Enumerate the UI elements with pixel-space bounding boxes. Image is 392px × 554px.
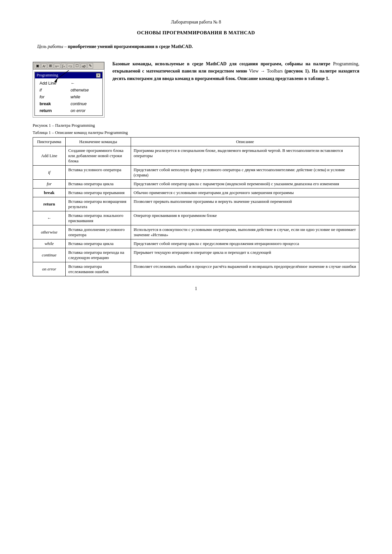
table-row: breakВставка оператора прерыванияОбычно … [33,188,359,197]
goal-label: Цель работы [37,44,63,49]
page-number: 1 [33,286,359,291]
table-cell-purpose: Вставка оператора прерывания [66,188,131,197]
table-cell-pict: on error [33,262,66,276]
table-cell-purpose: Вставка условного оператора [66,166,131,180]
palette-item-break: break [38,100,69,107]
toolbar-icon-9: ✎ [88,63,93,69]
palette-container: ▣ A/ ⊞ x= ∫ₓ <≥ ☐ αβ ✎ Programming ✕ [33,62,105,118]
table-row: on errorВставка оператора отслеживания о… [33,262,359,276]
toolbar-icon-8: αβ [81,63,87,69]
table-cell-desc: Представляет собой оператор цикла с пред… [131,239,359,248]
table-cell-desc: Обычно применяется с условными оператора… [131,188,359,197]
arrow-svg [53,70,72,83]
table-cell-desc: Используется в совокупности с условными … [131,225,359,239]
palette-item-for: for [38,93,69,100]
toolbar-icon-4: x= [54,63,60,69]
table-cell-pict: while [33,239,66,248]
table-caption: Таблица 1 – Описание команд палитры Prog… [33,130,359,135]
table-cell-pict: return [33,197,66,211]
right-description: Базовые команды, используемые в среде Ma… [112,60,359,82]
toolbar-icon-7: ☐ [74,63,80,69]
table-cell-pict: otherwise [33,225,66,239]
table-cell-pict: if [33,166,66,180]
right-text-p1: Базовые команды, используемые в среде Ma… [112,60,359,82]
toolbar-icon-1: ▣ [35,63,41,69]
table-cell-desc: Представляет собой оператор цикла с пара… [131,180,359,188]
table-cell-pict: for [33,180,66,188]
table-cell-desc: Программа реализуется в специальном блок… [131,146,359,166]
intro-text: Цель работы – приобретение умений програ… [33,44,359,49]
table-row: otherwiseВставка дополнения условного оп… [33,225,359,239]
palette-item-otherwise: otherwise [69,87,100,93]
table-header-row: Пиктограмма Назначение команды Описание [33,138,359,146]
main-title: ОСНОВЫ ПРОГРАММИРОВАНИЯ В MATHCAD [33,30,359,36]
toolbar-icon-5: ∫ₓ [61,63,66,69]
palette-item-while: while [69,93,100,100]
table-row: ←Вставка оператора локального присваиван… [33,211,359,225]
table-cell-purpose: Вставка оператора перехода на следующую … [66,248,131,262]
table-cell-purpose: Вставка оператора цикла [66,180,131,188]
table-cell-purpose: Вставка оператора отслеживания ошибок [66,262,131,276]
toolbar-icon-6: <≥ [67,63,74,69]
table-body: Add LineСоздание программного блока или … [33,146,359,276]
palette-item-continue: continue [69,100,100,107]
palette-item-if: if [38,87,69,93]
table-row: whileВставка оператора циклаПредставляет… [33,239,359,248]
figure-caption: Рисунок 1 – Палитра Programming [33,123,359,128]
table-cell-purpose: Вставка оператора цикла [66,239,131,248]
toolbar-icon-3: ⊞ [48,63,53,69]
lab-title: Лабораторная работа № 8 [33,20,359,25]
palette-close-btn[interactable]: ✕ [96,73,101,78]
table-row: ifВставка условного оператораПредставляе… [33,166,359,180]
palette-item-return: return [38,107,69,114]
table-cell-pict: break [33,188,66,197]
th-pict: Пиктограмма [33,138,66,146]
palette-content: Add Line ← if otherwise for while break … [35,78,102,115]
table-cell-desc: Прерывает текущую итерацию в операторе ц… [131,248,359,262]
table-cell-purpose: Вставка оператора локального присваивани… [66,211,131,225]
svg-marker-1 [54,78,57,83]
table-cell-purpose: Создание программного блока или добавлен… [66,146,131,166]
content-block: ▣ A/ ⊞ x= ∫ₓ <≥ ☐ αβ ✎ Programming ✕ [33,60,359,118]
table-row: Add LineСоздание программного блока или … [33,146,359,166]
main-table: Пиктограмма Назначение команды Описание … [33,137,359,276]
palette-item-onerror: on error [69,107,100,114]
table-cell-pict: continue [33,248,66,262]
table-cell-pict: ← [33,211,66,225]
table-cell-desc: Представляет собой неполную форму условн… [131,166,359,180]
goal-content: приобретение умений программирования в с… [68,44,193,49]
table-cell-purpose: Вставка дополнения условного оператора [66,225,131,239]
table-cell-purpose: Вставка оператора возвращения результата [66,197,131,211]
table-row: continueВставка оператора перехода на сл… [33,248,359,262]
th-desc: Описание [131,138,359,146]
palette-item-arrow: ← [69,80,100,87]
svg-line-0 [56,70,69,80]
table-cell-desc: Оператор присваивания в программном блок… [131,211,359,225]
table-row: returnВставка оператора возвращения резу… [33,197,359,211]
th-purpose: Назначение команды [66,138,131,146]
toolbar-icon-2: A/ [41,63,47,69]
table-cell-pict: Add Line [33,146,66,166]
table-cell-desc: Позволяет прервать выполнение программы … [131,197,359,211]
table-row: forВставка оператора циклаПредставляет с… [33,180,359,188]
toolbar: ▣ A/ ⊞ x= ∫ₓ <≥ ☐ αβ ✎ [33,62,104,70]
table-cell-desc: Позволяет отслеживать ошибки в процессе … [131,262,359,276]
